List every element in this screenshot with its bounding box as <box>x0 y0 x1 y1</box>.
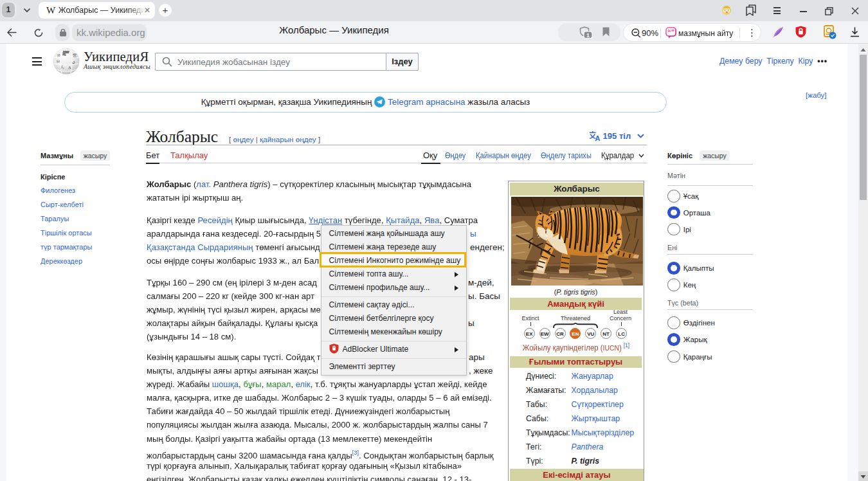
svg-text:世: 世 <box>73 53 77 57</box>
svg-text:“”: “” <box>667 28 674 36</box>
svg-text:ん: ん <box>60 64 65 69</box>
svg-text:Ω: Ω <box>57 59 60 63</box>
svg-text:ي: ي <box>72 59 75 64</box>
svg-text:1: 1 <box>586 32 590 39</box>
svg-text:А: А <box>68 65 71 69</box>
svg-text:A: A <box>595 134 601 141</box>
svg-text:И: И <box>57 53 60 57</box>
